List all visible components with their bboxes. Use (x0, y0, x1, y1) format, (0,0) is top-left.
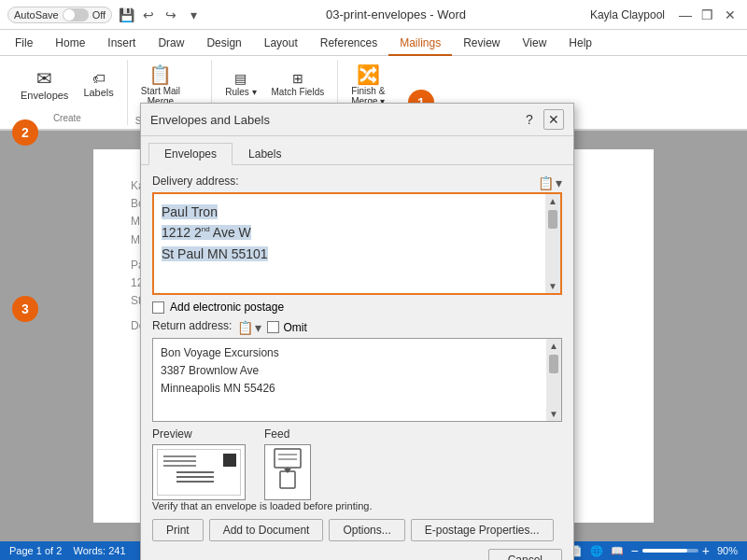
dialog-tab-envelopes[interactable]: Envelopes (148, 143, 233, 165)
match-fields-button[interactable]: ⊞ Match Fields (266, 68, 331, 101)
options-button[interactable]: Options... (329, 519, 404, 541)
status-right: 📄 🌐 📖 − + 90% (570, 543, 738, 558)
tab-file[interactable]: File (4, 32, 44, 56)
feed-icon-box (264, 444, 311, 500)
feed-label: Feed (264, 427, 311, 441)
rules-button[interactable]: ▤ Rules ▾ (219, 68, 261, 101)
dialog-title-bar: Envelopes and Labels ? ✕ (141, 104, 573, 136)
toggle-knob (63, 9, 75, 21)
matchfields-label: Match Fields (272, 87, 325, 97)
feed-svg (271, 447, 304, 492)
autosave-state: Off (92, 9, 106, 21)
dialog-close-button[interactable]: ✕ (543, 109, 564, 130)
svg-rect-0 (275, 449, 301, 468)
restore-button[interactable]: ❒ (698, 6, 717, 24)
preview-section: Preview (152, 427, 246, 500)
dialog-footer-row: Cancel (152, 547, 562, 560)
dialog-tabs: Envelopes Labels (141, 136, 573, 165)
envelope-icon: ✉ (36, 69, 52, 88)
delivery-scrollbar[interactable]: ▲ ▼ (545, 194, 560, 293)
omit-label: Omit (283, 321, 306, 334)
zoom-minus-button[interactable]: − (631, 543, 639, 558)
tab-design[interactable]: Design (195, 32, 252, 56)
return-address-book-button[interactable]: 📋 ▾ (237, 320, 261, 335)
dialog-buttons: Print Add to Document Options... E-posta… (152, 519, 562, 541)
return-scrollbar[interactable]: ▲ ▼ (546, 339, 561, 421)
zoom-plus-button[interactable]: + (702, 543, 710, 558)
tab-help[interactable]: Help (557, 32, 603, 56)
omit-checkbox[interactable] (267, 321, 279, 333)
tab-references[interactable]: References (309, 32, 388, 56)
tab-insert[interactable]: Insert (96, 32, 147, 56)
return-address-box[interactable]: Bon Voyage Excursions 3387 Brownlow Ave … (152, 338, 562, 422)
view-reader-icon[interactable]: 📖 (611, 545, 624, 557)
address-book-button[interactable]: 📋 ▾ (538, 175, 562, 190)
return-scrollbar-thumb[interactable] (549, 355, 558, 373)
dialog-tab-labels[interactable]: Labels (233, 143, 297, 165)
cancel-button[interactable]: Cancel (488, 549, 562, 560)
return-address-book-dropdown: ▾ (255, 320, 261, 335)
zoom-level: 90% (717, 545, 738, 556)
epostage-properties-button[interactable]: E-postage Properties... (411, 519, 554, 541)
dialog-title: Envelopes and Labels (150, 113, 270, 127)
postage-checkbox[interactable] (152, 301, 164, 314)
return-scrollbar-down[interactable]: ▼ (547, 407, 560, 421)
envelope-preview (152, 444, 246, 500)
tab-view[interactable]: View (512, 32, 558, 56)
return-section: Return address: 📋 ▾ Omit Bon Voyage Excu… (152, 319, 562, 500)
scrollbar-thumb[interactable] (548, 210, 557, 229)
minimize-button[interactable]: — (676, 6, 695, 24)
zoom-bar[interactable] (642, 549, 698, 553)
step-badge-3: 3 (12, 296, 38, 322)
tab-draw[interactable]: Draw (147, 32, 195, 56)
labels-button[interactable]: 🏷 Labels (78, 68, 119, 102)
print-button[interactable]: Print (152, 519, 204, 541)
tab-mailings[interactable]: Mailings (388, 32, 452, 56)
redo-icon[interactable]: ↪ (162, 7, 179, 23)
labels-icon: 🏷 (92, 72, 106, 85)
postage-row: Add electronic postage (152, 301, 562, 314)
rules-icon: ▤ (234, 72, 247, 85)
envelopes-button[interactable]: ✉ Envelopes (15, 65, 74, 105)
window-title: 03-print-envelopes - Word (326, 7, 466, 21)
zoom-fill (642, 549, 687, 553)
delivery-line1: Paul Tron (162, 202, 553, 222)
add-to-document-button[interactable]: Add to Document (209, 519, 324, 541)
env-delivery-line-3 (176, 481, 214, 483)
tab-home[interactable]: Home (44, 32, 96, 56)
save-icon[interactable]: 💾 (118, 7, 134, 23)
status-left: Page 1 of 2 Words: 241 (9, 545, 126, 556)
env-return-line-1 (163, 455, 196, 457)
envelope-inner (157, 449, 241, 496)
return-address-content: Bon Voyage Excursions 3387 Brownlow Ave … (153, 339, 561, 404)
close-button[interactable]: ✕ (721, 6, 740, 24)
startmerge-icon: 📋 (148, 65, 172, 84)
autosave-toggle-switch[interactable] (63, 8, 89, 21)
return-scrollbar-up[interactable]: ▲ (547, 339, 560, 353)
view-web-icon[interactable]: 🌐 (590, 545, 603, 557)
return-address-label: Return address: (152, 319, 232, 332)
customize-icon[interactable]: ▾ (185, 7, 202, 23)
ribbon-tabs: File Home Insert Draw Design Layout Refe… (0, 30, 747, 56)
scrollbar-down-arrow[interactable]: ▼ (546, 279, 559, 293)
preview-feed-row: Preview (152, 427, 562, 500)
scrollbar-track (545, 208, 560, 279)
env-return-lines (163, 455, 196, 469)
verify-text: Verify that an envelope is loaded before… (152, 500, 562, 511)
envelopes-labels-dialog: Envelopes and Labels ? ✕ Envelopes Label… (140, 103, 574, 560)
fields-buttons: ▤ Rules ▾ ⊞ Match Fields (219, 62, 330, 107)
labels-label: Labels (83, 87, 113, 98)
undo-icon[interactable]: ↩ (140, 7, 157, 23)
delivery-line3: St Paul MN 55101 (162, 244, 553, 264)
autosave-toggle[interactable]: AutoSave Off (7, 7, 112, 23)
tab-review[interactable]: Review (452, 32, 511, 56)
env-delivery-lines (176, 471, 214, 485)
return-line1: Bon Voyage Excursions (161, 344, 544, 362)
omit-row: Omit (267, 321, 306, 334)
title-bar: AutoSave Off 💾 ↩ ↪ ▾ 03-print-envelopes … (0, 0, 747, 30)
tab-layout[interactable]: Layout (253, 32, 309, 56)
ribbon-group-create: ✉ Envelopes 🏷 Labels Create (7, 60, 128, 125)
delivery-address-box[interactable]: Paul Tron 1212 2nd Ave W St Paul MN 5510… (152, 192, 562, 295)
dialog-help-button[interactable]: ? (519, 109, 540, 130)
scrollbar-up-arrow[interactable]: ▲ (546, 194, 559, 208)
